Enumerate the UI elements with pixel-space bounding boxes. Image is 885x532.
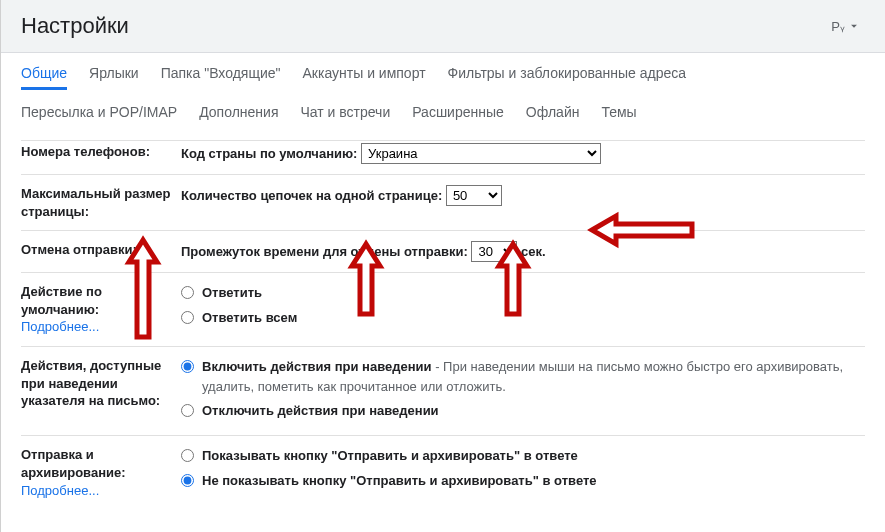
- radio-reply-all-input[interactable]: [181, 311, 194, 324]
- row-default-action: Действие по умолчанию: Подробнее... Отве…: [21, 273, 865, 347]
- row-label-hover: Действия, доступные при наведении указат…: [21, 357, 181, 425]
- tab-accounts[interactable]: Аккаунты и импорт: [303, 65, 426, 87]
- radio-hide-send-archive-label: Не показывать кнопку "Отправить и архиви…: [202, 471, 597, 491]
- undo-unit: сек.: [521, 244, 546, 259]
- language-switcher[interactable]: Рᵧ: [827, 15, 865, 38]
- row-label-pagesize: Максимальный размер страницы:: [21, 185, 181, 220]
- tab-row-1: Общие Ярлыки Папка "Входящие" Аккаунты и…: [21, 65, 865, 90]
- select-page-size[interactable]: 50: [446, 185, 502, 206]
- radio-show-send-archive-label: Показывать кнопку "Отправить и архивиров…: [202, 446, 578, 466]
- settings-tabs: Общие Ярлыки Папка "Входящие" Аккаунты и…: [1, 53, 885, 126]
- tab-offline[interactable]: Офлайн: [526, 104, 580, 126]
- pagesize-field-label: Количество цепочек на одной странице:: [181, 188, 442, 203]
- phones-field-label: Код страны по умолчанию:: [181, 146, 357, 161]
- tab-themes[interactable]: Темы: [601, 104, 636, 126]
- tab-advanced[interactable]: Расширенные: [412, 104, 504, 126]
- settings-list: Номера телефонов: Код страны по умолчани…: [21, 140, 865, 509]
- undo-field-label: Промежуток времени для отмены отправки:: [181, 244, 468, 259]
- language-label: Рᵧ: [831, 19, 845, 34]
- link-default-action-more[interactable]: Подробнее...: [21, 319, 99, 334]
- row-label-default-action: Действие по умолчанию:: [21, 284, 102, 317]
- row-hover-actions: Действия, доступные при наведении указат…: [21, 347, 865, 436]
- row-phone-numbers: Номера телефонов: Код страны по умолчани…: [21, 141, 865, 175]
- row-send-archive: Отправка и архивирование: Подробнее... П…: [21, 436, 865, 509]
- radio-reply-label: Ответить: [202, 283, 262, 303]
- settings-header: Настройки Рᵧ: [1, 0, 885, 53]
- tab-filters[interactable]: Фильтры и заблокированные адреса: [448, 65, 687, 87]
- radio-reply-input[interactable]: [181, 286, 194, 299]
- radio-show-send-archive-input[interactable]: [181, 449, 194, 462]
- radio-show-send-archive[interactable]: Показывать кнопку "Отправить и архивиров…: [181, 446, 865, 466]
- tab-inbox[interactable]: Папка "Входящие": [161, 65, 281, 87]
- tab-labels[interactable]: Ярлыки: [89, 65, 139, 87]
- row-label-send-archive: Отправка и архивирование:: [21, 447, 126, 480]
- tab-row-2: Пересылка и POP/IMAP Дополнения Чат и вс…: [21, 104, 865, 126]
- tab-general[interactable]: Общие: [21, 65, 67, 90]
- radio-hover-off-input[interactable]: [181, 404, 194, 417]
- tab-chat[interactable]: Чат и встречи: [300, 104, 390, 126]
- page-title: Настройки: [21, 13, 129, 39]
- radio-hide-send-archive[interactable]: Не показывать кнопку "Отправить и архиви…: [181, 471, 865, 491]
- radio-hover-on-label: Включить действия при наведении: [202, 359, 432, 374]
- radio-reply-all-label: Ответить всем: [202, 308, 297, 328]
- select-undo-period[interactable]: 30: [471, 241, 517, 262]
- radio-reply-all[interactable]: Ответить всем: [181, 308, 865, 328]
- radio-hover-off-label: Отключить действия при наведении: [202, 401, 439, 421]
- radio-hover-on-input[interactable]: [181, 360, 194, 373]
- chevron-down-icon: [847, 19, 861, 33]
- row-undo-send: Отмена отправки: Промежуток времени для …: [21, 231, 865, 273]
- select-default-country[interactable]: Украина: [361, 143, 601, 164]
- tab-addons[interactable]: Дополнения: [199, 104, 278, 126]
- row-page-size: Максимальный размер страницы: Количество…: [21, 175, 865, 231]
- row-label-phones: Номера телефонов:: [21, 143, 181, 164]
- radio-reply[interactable]: Ответить: [181, 283, 865, 303]
- radio-hover-on[interactable]: Включить действия при наведении - При на…: [181, 357, 865, 397]
- row-label-undo: Отмена отправки:: [21, 241, 181, 262]
- tab-forwarding[interactable]: Пересылка и POP/IMAP: [21, 104, 177, 126]
- link-send-archive-more[interactable]: Подробнее...: [21, 483, 99, 498]
- radio-hover-off[interactable]: Отключить действия при наведении: [181, 401, 865, 421]
- radio-hide-send-archive-input[interactable]: [181, 474, 194, 487]
